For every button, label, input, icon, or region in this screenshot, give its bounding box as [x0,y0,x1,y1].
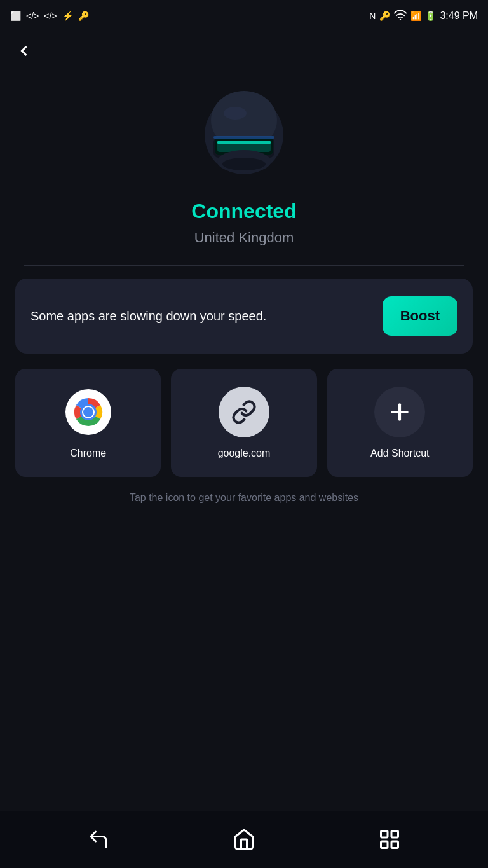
add-icon-wrap [374,387,425,437]
sim-icon: 📶 [410,11,421,21]
svg-point-0 [400,18,402,20]
add-shortcut-label: Add Shortcut [370,448,430,459]
status-icons-right: N 🔑 📶 🔋 3:49 PM [369,10,478,22]
shortcut-chrome[interactable]: Chrome [15,369,161,477]
helmet-avatar [193,85,295,187]
wifi-icon [394,10,407,22]
back-button[interactable] [0,32,488,72]
svg-rect-19 [381,841,388,848]
boost-button[interactable]: Boost [383,296,458,336]
google-label: google.com [218,448,271,459]
connection-status: Connected [191,200,296,223]
server-location: United Kingdom [194,230,294,246]
home-nav-button[interactable] [233,828,255,851]
section-divider [24,265,463,266]
code2-icon: </> [44,11,57,21]
svg-rect-17 [381,831,388,838]
svg-rect-20 [391,841,398,848]
svg-rect-7 [214,136,274,139]
recents-nav-button[interactable] [378,828,401,851]
boost-card: Some apps are slowing down your speed. B… [15,279,473,354]
code-icon: </> [26,11,39,21]
monitor-icon: ⬜ [10,11,21,21]
shortcut-google[interactable]: google.com [171,369,316,477]
svg-point-10 [224,107,247,120]
boost-message: Some apps are slowing down your speed. [30,307,383,325]
status-icons-left: ⬜ </> </> ⚡ 🔑 [10,11,89,21]
usb-icon: ⚡ [62,11,73,21]
link-icon-wrap [219,387,269,437]
svg-rect-6 [217,141,271,144]
shortcut-add[interactable]: Add Shortcut [327,369,473,477]
shortcuts-grid: Chrome google.com Add Shortcut [0,369,488,477]
battery-icon: 🔋 [425,11,436,21]
bottom-navigation [0,811,488,868]
chrome-icon-wrap [63,387,114,437]
chrome-label: Chrome [70,448,106,459]
hint-text: Tap the icon to get your favorite apps a… [0,492,488,504]
vpn-key-icon: 🔑 [379,11,390,21]
time: 3:49 PM [440,10,478,22]
nfc-icon: N [369,11,376,21]
svg-rect-18 [391,831,398,838]
svg-point-9 [222,158,266,170]
status-bar: ⬜ </> </> ⚡ 🔑 N 🔑 📶 🔋 3:49 PM [0,0,488,32]
hero-section: Connected United Kingdom [0,72,488,265]
svg-point-14 [83,407,93,417]
back-nav-button[interactable] [87,828,110,851]
key-icon: 🔑 [78,11,89,21]
